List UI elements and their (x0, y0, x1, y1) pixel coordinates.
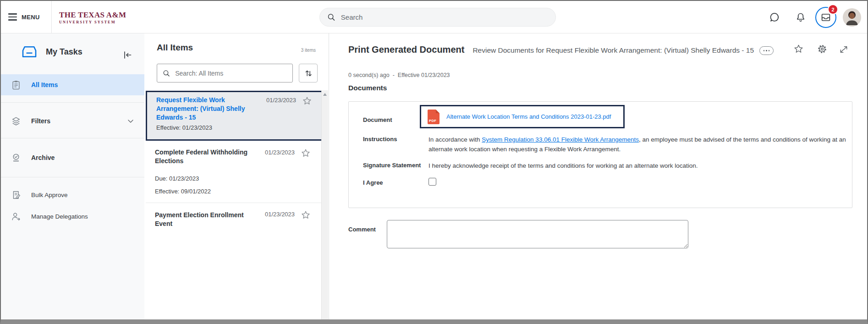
task-effective: Effective: 09/01/2022 (155, 188, 211, 195)
meta-line: 0 second(s) ago - Effective 01/23/2023 (348, 72, 450, 78)
regulation-link[interactable]: System Regulation 33.06.01 Flexible Work… (482, 136, 639, 143)
task-date: 01/23/2023 (265, 149, 295, 156)
comment-label: Comment (348, 226, 376, 233)
tasks-panel-title: All Items (157, 43, 193, 53)
topbar-divider (51, 1, 52, 33)
sidebar-item-all-items[interactable]: All Items (1, 74, 144, 95)
global-search[interactable] (319, 8, 556, 27)
hamburger-icon (8, 13, 17, 20)
pdf-label: PDF (429, 119, 436, 123)
task-date: 01/23/2023 (266, 97, 296, 104)
sidebar-action-label: Bulk Approve (31, 192, 68, 198)
i-agree-label: I Agree (363, 179, 383, 186)
sidebar-item-label: Filters (31, 117, 50, 125)
page-title: Print Generated Document (348, 44, 464, 55)
collapse-sidebar-icon[interactable] (122, 50, 132, 60)
page-subtitle: Review Documents for Request Flexible Wo… (472, 46, 754, 55)
sidebar-item-label: All Items (31, 81, 58, 88)
favorite-star-icon[interactable] (793, 44, 804, 54)
star-icon[interactable] (302, 96, 312, 106)
menu-label: MENU (22, 14, 40, 21)
all-items-clipboard-icon (11, 80, 21, 90)
meta-separator: - (393, 72, 395, 78)
app-window: MENU THE TEXAS A&M UNIVERSITY SYSTEM (0, 0, 868, 324)
archive-check-icon (11, 153, 21, 163)
sort-button[interactable] (299, 64, 318, 82)
expand-icon[interactable] (839, 45, 848, 54)
sidebar-action-label: Manage Delegations (31, 213, 88, 220)
meta-effective: Effective 01/23/2023 (398, 72, 450, 78)
task-due: Due: 01/23/2023 (155, 175, 199, 182)
avatar-photo (843, 8, 861, 27)
manage-delegations-person-icon (11, 211, 21, 222)
instructions-prefix: In accordance with (429, 136, 482, 143)
star-icon[interactable] (301, 210, 311, 220)
filters-layers-icon (11, 116, 21, 126)
chat-icon[interactable] (769, 12, 780, 23)
sidebar-action-manage-delegations[interactable]: Manage Delegations (1, 207, 144, 226)
inbox-badge: 2 (828, 4, 838, 15)
gear-icon[interactable] (817, 44, 827, 54)
pdf-file-icon: PDF (428, 110, 439, 124)
sidebar-item-label: Archive (31, 154, 55, 161)
task-item[interactable]: Complete Federal Withholding Elections 0… (146, 142, 322, 203)
signature-statement-label: Signature Statement (363, 162, 421, 169)
star-icon[interactable] (301, 148, 311, 158)
documents-card: Document PDF Alternate Work Location Ter… (348, 101, 852, 208)
tasks-panel: All Items 3 items Request Flexible Work … (144, 33, 329, 319)
sidebar-item-filters[interactable]: Filters (1, 110, 144, 132)
signature-statement-text: I hereby acknowledge receipt of the term… (429, 161, 846, 170)
scrollbar[interactable] (321, 90, 328, 319)
my-tasks-header: My Tasks (21, 45, 82, 58)
divider (1, 177, 144, 177)
more-actions-button[interactable] (759, 46, 774, 55)
agree-checkbox[interactable] (429, 178, 436, 186)
tasks-count: 3 items (301, 48, 316, 53)
instructions-label: Instructions (363, 136, 397, 143)
task-title: Complete Federal Withholding Elections (155, 148, 259, 165)
main-header: Print Generated Document Review Document… (348, 44, 754, 55)
task-item[interactable]: Request Flexible Work Arrangement: (Virt… (146, 91, 323, 141)
divider (1, 138, 144, 138)
search-icon (327, 13, 335, 22)
sidebar-title: My Tasks (46, 47, 82, 57)
document-link-row[interactable]: PDF Alternate Work Location Terms and Co… (420, 105, 625, 128)
task-effective: Effective: 01/23/2023 (156, 124, 212, 131)
task-title: Request Flexible Work Arrangement: (Virt… (156, 96, 261, 122)
avatar[interactable] (843, 8, 861, 27)
document-file-link[interactable]: Alternate Work Location Terms and Condit… (446, 113, 611, 120)
texas-am-logo[interactable]: THE TEXAS A&M UNIVERSITY SYSTEM (59, 11, 126, 24)
sort-icon (303, 68, 313, 78)
notifications-bell-icon[interactable] (795, 12, 806, 23)
bulk-approve-doc-pencil-icon (11, 190, 21, 200)
meta-age: 0 second(s) ago (348, 72, 390, 78)
divider (1, 102, 144, 103)
tasks-search[interactable] (157, 64, 293, 82)
main-panel: Print Generated Document Review Document… (330, 33, 867, 319)
task-item[interactable]: Payment Election Enrollment Event 01/23/… (146, 203, 322, 245)
sidebar: My Tasks All Items Filters (1, 33, 144, 319)
scrollbar-up-icon[interactable] (323, 93, 327, 96)
task-title: Payment Election Enrollment Event (155, 211, 259, 228)
search-icon (163, 69, 170, 77)
sidebar-item-archive[interactable]: Archive (1, 147, 144, 168)
my-tasks-tray-icon (21, 45, 38, 58)
comment-textarea[interactable] (387, 220, 688, 248)
documents-section-title: Documents (348, 84, 387, 92)
task-date: 01/23/2023 (265, 211, 295, 218)
instructions-text: In accordance with System Regulation 33.… (429, 135, 846, 154)
logo-line1: THE TEXAS A&M (59, 11, 126, 20)
menu-button[interactable]: MENU (8, 1, 40, 33)
global-search-input[interactable] (341, 13, 548, 21)
tasks-search-input[interactable] (175, 70, 287, 77)
topbar: MENU THE TEXAS A&M UNIVERSITY SYSTEM (1, 1, 867, 33)
logo-line2: UNIVERSITY SYSTEM (59, 20, 126, 24)
document-label: Document (363, 116, 392, 123)
chevron-down-icon (126, 116, 135, 126)
sidebar-action-bulk-approve[interactable]: Bulk Approve (1, 185, 144, 204)
